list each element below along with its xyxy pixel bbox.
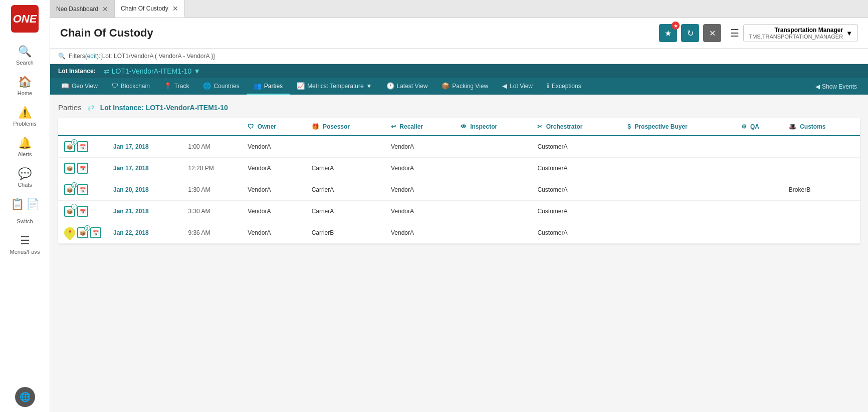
- tab-track[interactable]: 📍 Track: [157, 78, 196, 95]
- col-icons: [58, 118, 107, 136]
- qa-cell-4: [735, 201, 783, 222]
- alerts-icon: 🔔: [18, 137, 32, 150]
- date-cell-5: Jan 22, 2018: [107, 222, 182, 244]
- header-row: 🛡 Owner 🎁 Posessor ↩ Recaller 👁: [58, 118, 860, 136]
- globe-button[interactable]: 🌐: [15, 387, 35, 407]
- customs-col-icon: 🎩: [789, 123, 796, 130]
- prospective-buyer-cell-1: [621, 136, 735, 158]
- sidebar-label-alerts: Alerts: [18, 151, 32, 157]
- tab-lot-view[interactable]: ◀ Lot View: [495, 78, 540, 95]
- date-cell-4: Jan 21, 2018: [107, 201, 182, 222]
- customs-cell-3: BrokerB: [783, 179, 860, 201]
- customs-cell-2: [783, 158, 860, 179]
- sidebar: ONE 🔍 Search 🏠 Home ⚠️ Problems 🔔 Alerts…: [0, 0, 50, 412]
- inspector-cell-1: [455, 136, 532, 158]
- sidebar-item-problems[interactable]: ⚠️ Problems: [0, 101, 50, 132]
- table-header: 🛡 Owner 🎁 Posessor ↩ Recaller 👁: [58, 118, 860, 136]
- logo-text: ONE: [13, 13, 37, 26]
- posessor-cell-3: CarrierA: [306, 179, 385, 201]
- blockchain-label: Blockchain: [121, 83, 150, 90]
- sidebar-item-menus[interactable]: ☰ Menus/Favs: [0, 229, 50, 260]
- time-cell-3: 1:30 AM: [182, 179, 242, 201]
- sidebar-item-alerts[interactable]: 🔔 Alerts: [0, 132, 50, 162]
- date-cell-3: Jan 20, 2018: [107, 179, 182, 201]
- qa-col-icon: ⚙: [741, 123, 747, 130]
- close-button[interactable]: ✕: [703, 24, 721, 42]
- prospective-buyer-cell-2: [621, 158, 735, 179]
- inspector-cell-2: [455, 158, 532, 179]
- search-icon: 🔍: [18, 45, 32, 58]
- prospective-buyer-cell-4: [621, 201, 735, 222]
- menu-icon: ☰: [730, 28, 739, 39]
- recaller-cell-3: VendorA: [385, 179, 455, 201]
- table-row: 📍 📦 2 📅 Jan 22, 20: [58, 222, 860, 244]
- tab-packing-view[interactable]: 📦 Packing View: [435, 78, 495, 95]
- lot-nav: Lot Instance: ⇄ LOT1-VendorA-ITEM1-10 ▼: [50, 64, 868, 78]
- parties-lot-instance: Lot Instance: LOT1-VendorA-ITEM1-10: [100, 104, 228, 112]
- tab-neo-dashboard[interactable]: Neo Dashboard ✕: [50, 0, 115, 18]
- lot-dropdown-icon: ▼: [193, 67, 200, 75]
- customs-cell-5: [783, 222, 860, 244]
- user-dropdown[interactable]: Transportation Manager TMS.TRANSPORTATIO…: [743, 24, 858, 42]
- header-actions: ★ ★ ↻ ✕ ☰ Transportation Manager TMS.TRA…: [659, 24, 858, 42]
- lot-view-icon: ◀: [502, 82, 507, 90]
- sidebar-item-chats[interactable]: 💬 Chats: [0, 162, 50, 193]
- refresh-button[interactable]: ↻: [681, 24, 699, 42]
- col-posessor: 🎁 Posessor: [306, 118, 385, 136]
- favorite-button[interactable]: ★ ★: [659, 24, 677, 42]
- orchestrator-col-icon: ✂: [537, 123, 542, 130]
- tab-latest-view[interactable]: 🕐 Latest View: [379, 78, 435, 95]
- tab-chain-of-custody[interactable]: Chain Of Custody ✕: [115, 0, 185, 18]
- content-area: 🔍 Filters (edit) :[Lot: LOT1/VendorA ( V…: [50, 49, 868, 412]
- inspector-cell-4: [455, 201, 532, 222]
- qa-cell-3: [735, 179, 783, 201]
- filter-text: :[Lot: LOT1/VendorA ( VendorA - VendorA …: [99, 53, 214, 60]
- box-icon-2: 📅: [77, 141, 88, 152]
- sidebar-label-home: Home: [18, 90, 32, 96]
- tab-close-chain-of-custody[interactable]: ✕: [172, 5, 178, 13]
- row-icon-group: 📦 2 📅: [64, 206, 101, 217]
- sidebar-item-switch-label[interactable]: Switch: [0, 213, 50, 229]
- posessor-cell-5: CarrierB: [306, 222, 385, 244]
- blockchain-icon: 🛡: [112, 82, 118, 90]
- tab-geo-view[interactable]: 📖 Geo View: [54, 78, 105, 95]
- col-time: [182, 118, 242, 136]
- col-recaller: ↩ Recaller: [385, 118, 455, 136]
- col-prospective-buyer: $ Prospective Buyer: [621, 118, 735, 136]
- lot-selector[interactable]: ⇄ LOT1-VendorA-ITEM1-10 ▼: [104, 67, 200, 75]
- lot-selected-value: LOT1-VendorA-ITEM1-10: [112, 67, 192, 75]
- geo-view-label: Geo View: [72, 83, 98, 90]
- chats-icon: 💬: [18, 167, 32, 180]
- filter-prefix: Filters: [69, 53, 85, 60]
- sidebar-item-search[interactable]: 🔍 Search: [0, 40, 50, 71]
- tab-countries[interactable]: 🌐 Countries: [196, 78, 246, 95]
- filter-edit-link[interactable]: (edit): [85, 53, 99, 60]
- refresh-icon: ↻: [687, 29, 694, 38]
- box-icon-7: 📦 2: [64, 206, 75, 217]
- col-orchestrator: ✂ Orchestrator: [531, 118, 621, 136]
- menu-button[interactable]: ☰: [730, 27, 739, 39]
- tab-metrics[interactable]: 📈 Metrics: Temperature ▼: [290, 78, 379, 95]
- lot-view-label: Lot View: [510, 83, 533, 90]
- orchestrator-cell-4: CustomerA: [531, 201, 621, 222]
- orchestrator-cell-2: CustomerA: [531, 158, 621, 179]
- star-icon: ★: [665, 29, 672, 38]
- tab-exceptions[interactable]: ℹ Exceptions: [540, 78, 588, 95]
- lot-instance-icon: ⇄: [88, 103, 94, 112]
- sidebar-item-home[interactable]: 🏠 Home: [0, 71, 50, 101]
- tab-blockchain[interactable]: 🛡 Blockchain: [105, 78, 157, 95]
- customs-cell-4: [783, 201, 860, 222]
- tab-parties[interactable]: 👥 Parties: [247, 78, 290, 95]
- col-customs: 🎩 Customs: [783, 118, 860, 136]
- page-header: Chain Of Custody ★ ★ ↻ ✕ ☰ Transportatio…: [50, 18, 868, 49]
- table-row: 📦 📅 Jan 17, 2018 12:20 PM VendorA Carrie…: [58, 158, 860, 179]
- app-logo[interactable]: ONE: [11, 5, 39, 33]
- show-events-button[interactable]: ◀ Show Events: [808, 79, 864, 94]
- tab-close-neo-dashboard[interactable]: ✕: [102, 5, 108, 13]
- table-row: 📦 0 📅 Jan 17, 2018 1:00 AM VendorA: [58, 136, 860, 158]
- latest-view-label: Latest View: [397, 83, 428, 90]
- recaller-cell-1: VendorA: [385, 136, 455, 158]
- metrics-dropdown-icon: ▼: [366, 83, 372, 90]
- inspector-cell-3: [455, 179, 532, 201]
- posessor-col-icon: 🎁: [312, 123, 319, 130]
